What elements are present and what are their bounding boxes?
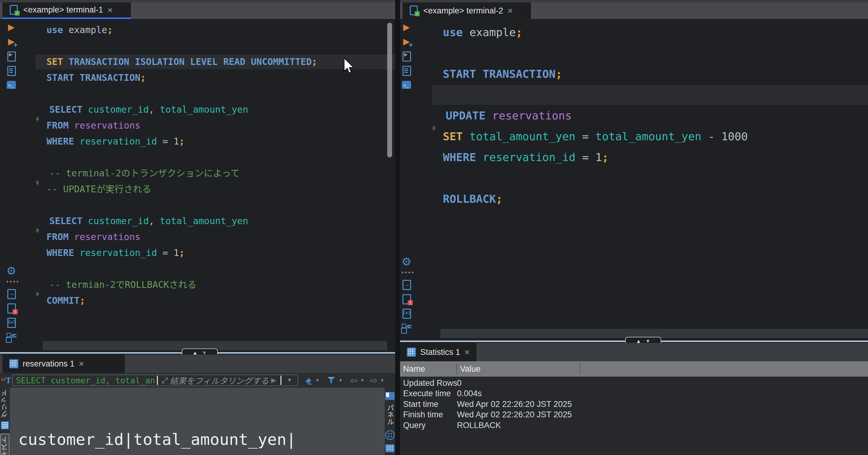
run-script-icon[interactable] [6, 51, 17, 61]
forward-button[interactable]: ⇨ [370, 375, 378, 386]
close-icon[interactable]: × [507, 6, 513, 15]
code-line[interactable] [46, 197, 317, 213]
forward-dropdown-icon[interactable]: ▼ [380, 378, 384, 383]
right-editor[interactable]: use example; START TRANSACTION; −UPDATE … [400, 19, 868, 339]
console-icon [9, 5, 19, 16]
filter-input[interactable]: SELECT customer_id, total_an ⤢ 結果をフィルタリン… [12, 374, 298, 386]
code-line[interactable]: SET total_amount_yen = total_amount_yen … [443, 126, 748, 147]
column-header-name[interactable]: Name [403, 361, 425, 377]
options-button[interactable] [385, 430, 395, 440]
more-dots-icon[interactable] [401, 271, 412, 275]
column-separator[interactable] [580, 363, 581, 375]
settings-gear-icon[interactable] [6, 266, 17, 276]
code-line[interactable] [443, 43, 748, 64]
settings-gear-icon[interactable] [401, 257, 412, 267]
code-line[interactable]: START TRANSACTION; [443, 64, 748, 85]
expand-icon[interactable]: ⤢ [161, 376, 168, 385]
eraser-dropdown-icon[interactable]: ▼ [315, 378, 320, 383]
structure-icon[interactable] [401, 322, 412, 333]
variables-file-icon[interactable] [401, 308, 412, 318]
code-line[interactable]: WHERE reservation_id = 1; [46, 134, 317, 149]
more-dots-icon[interactable] [6, 280, 17, 284]
grid-view-tab[interactable]: グリッド [0, 390, 10, 418]
code-line[interactable]: −SELECT customer_id, total_amount_yen [46, 102, 317, 118]
code-line[interactable]: −UPDATE reservations [443, 105, 748, 126]
error-file-icon[interactable] [6, 303, 17, 313]
result-header-row: customer_id|total_amount_yen| [18, 430, 315, 449]
column-separator[interactable] [456, 363, 457, 375]
code-line[interactable] [46, 86, 317, 102]
statistics-row[interactable]: Updated Rows0 [400, 378, 868, 389]
fold-icon[interactable]: − [36, 180, 39, 185]
run-new-icon[interactable] [401, 36, 412, 47]
text-caret [157, 376, 158, 385]
terminal-folder-icon[interactable] [401, 81, 412, 91]
right-gutter-top [401, 22, 412, 91]
fold-icon[interactable]: − [36, 228, 39, 233]
statistics-row[interactable]: QueryROLLBACK [400, 420, 868, 431]
export-file-icon[interactable] [6, 288, 17, 299]
code-line[interactable]: ROLLBACK; [443, 189, 748, 209]
code-line[interactable] [46, 38, 317, 54]
code-line[interactable] [443, 168, 748, 189]
code-line[interactable] [46, 261, 317, 277]
top-strip-left [0, 0, 395, 2]
run-icon[interactable] [6, 22, 17, 32]
code-line[interactable]: START TRANSACTION; [46, 70, 317, 86]
panel-settings-button[interactable] [385, 392, 395, 400]
statistics-row[interactable]: Execute time0.004s [400, 389, 868, 399]
back-dropdown-icon[interactable]: ▼ [360, 378, 365, 383]
text-view-tab[interactable]: テキスト [0, 433, 9, 455]
tab-terminal-1[interactable]: <example> terminal-1 × [2, 2, 131, 19]
statistics-row[interactable]: Finish timeWed Apr 02 22:26:20 JST 2025 [400, 410, 868, 420]
code-line[interactable]: WHERE reservation_id = 1; [46, 245, 317, 261]
fold-icon[interactable]: − [432, 125, 435, 131]
tab-terminal-2[interactable]: <example> terminal-2 × [403, 2, 531, 19]
data-grid-button[interactable] [385, 444, 395, 452]
result-text-view[interactable]: customer_id|total_amount_yen| ----------… [18, 392, 315, 455]
variables-file-icon[interactable] [6, 317, 17, 328]
statistics-row[interactable]: Start timeWed Apr 02 22:26:20 JST 2025 [400, 399, 868, 410]
fold-icon[interactable]: − [36, 116, 39, 121]
code-line[interactable]: FROM reservations [46, 229, 317, 245]
code-line[interactable]: −-- terminal-2のトランザクションによって [46, 165, 317, 181]
script-output-icon[interactable] [6, 65, 17, 76]
code-line[interactable]: FROM reservations [46, 118, 317, 134]
back-button[interactable]: ⇦ [350, 375, 358, 386]
code-line[interactable] [46, 149, 317, 165]
grid-view-icon-wrap[interactable] [0, 421, 10, 429]
run-icon[interactable] [401, 22, 412, 32]
error-file-icon[interactable] [401, 294, 412, 304]
code-line[interactable]: use example; [46, 22, 317, 38]
left-vscrollbar-thumb[interactable] [387, 23, 392, 158]
close-icon[interactable]: × [465, 347, 470, 357]
run-new-icon[interactable] [6, 36, 17, 47]
code-line[interactable]: WHERE reservation_id = 1; [443, 147, 748, 168]
close-icon[interactable]: × [107, 5, 113, 15]
back-arrow-icon: ⇦ [350, 375, 358, 386]
tab-reservations[interactable]: reservations 1 × [2, 354, 125, 373]
code-line[interactable]: -- UPDATEが実行される [46, 181, 317, 197]
structure-icon[interactable] [6, 332, 17, 342]
terminal-folder-icon[interactable] [6, 81, 17, 91]
panel-tab[interactable]: パネル [385, 404, 395, 425]
fold-icon[interactable]: − [36, 291, 39, 297]
filter-button[interactable] [326, 376, 336, 385]
code-line[interactable]: −SELECT customer_id, total_amount_yen [46, 213, 317, 229]
script-output-icon[interactable] [401, 65, 412, 76]
code-line[interactable]: −-- termian-2でROLLBACKされる [46, 277, 317, 293]
tab-statistics[interactable]: Statistics 1 × [400, 343, 476, 361]
column-header-value[interactable]: Value [460, 361, 480, 377]
filter-dropdown-icon[interactable]: ▼ [287, 377, 292, 383]
filter-dropdown2-icon[interactable]: ▼ [339, 378, 343, 383]
code-line[interactable] [443, 85, 748, 105]
code-line[interactable]: use example; [443, 22, 748, 43]
left-editor[interactable]: use example; SET TRANSACTION ISOLATION L… [0, 19, 395, 351]
code-line[interactable]: SET TRANSACTION ISOLATION LEVEL READ UNC… [46, 54, 317, 70]
run-script-icon[interactable] [401, 51, 412, 61]
clear-filter-button[interactable] [304, 376, 313, 385]
close-icon[interactable]: × [79, 359, 85, 368]
code-line[interactable]: COMMIT; [46, 293, 317, 309]
export-file-icon[interactable] [401, 279, 412, 290]
panel-divider[interactable] [395, 0, 400, 455]
